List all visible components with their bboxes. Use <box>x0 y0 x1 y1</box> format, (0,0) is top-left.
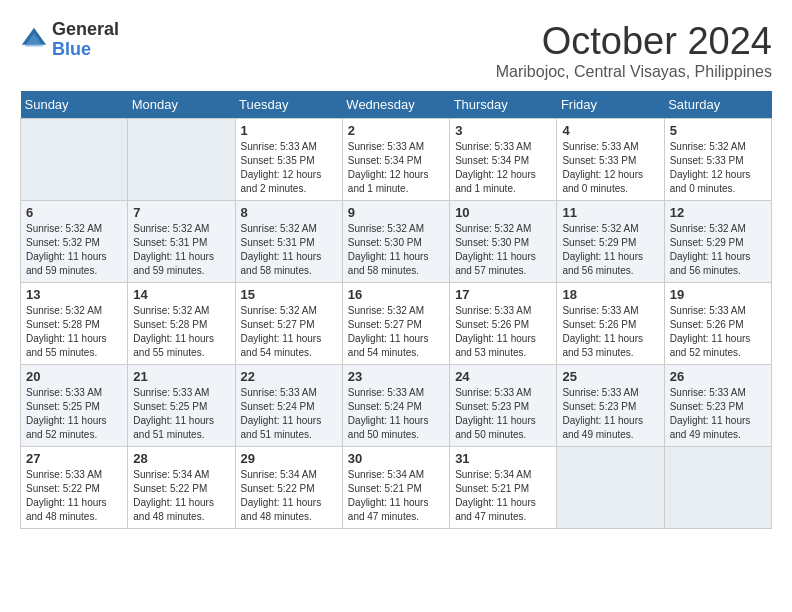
day-info: Sunrise: 5:33 AM Sunset: 5:34 PM Dayligh… <box>455 140 551 196</box>
calendar-cell: 27Sunrise: 5:33 AM Sunset: 5:22 PM Dayli… <box>21 447 128 529</box>
calendar-cell: 24Sunrise: 5:33 AM Sunset: 5:23 PM Dayli… <box>450 365 557 447</box>
day-number: 8 <box>241 205 337 220</box>
day-info: Sunrise: 5:34 AM Sunset: 5:22 PM Dayligh… <box>241 468 337 524</box>
calendar-cell: 25Sunrise: 5:33 AM Sunset: 5:23 PM Dayli… <box>557 365 664 447</box>
calendar-cell: 17Sunrise: 5:33 AM Sunset: 5:26 PM Dayli… <box>450 283 557 365</box>
calendar-cell: 29Sunrise: 5:34 AM Sunset: 5:22 PM Dayli… <box>235 447 342 529</box>
calendar-week-3: 13Sunrise: 5:32 AM Sunset: 5:28 PM Dayli… <box>21 283 772 365</box>
day-number: 13 <box>26 287 122 302</box>
calendar-cell: 13Sunrise: 5:32 AM Sunset: 5:28 PM Dayli… <box>21 283 128 365</box>
logo-general-text: General <box>52 20 119 40</box>
calendar-cell: 4Sunrise: 5:33 AM Sunset: 5:33 PM Daylig… <box>557 119 664 201</box>
day-info: Sunrise: 5:33 AM Sunset: 5:26 PM Dayligh… <box>670 304 766 360</box>
calendar-cell: 21Sunrise: 5:33 AM Sunset: 5:25 PM Dayli… <box>128 365 235 447</box>
day-info: Sunrise: 5:32 AM Sunset: 5:29 PM Dayligh… <box>562 222 658 278</box>
day-info: Sunrise: 5:32 AM Sunset: 5:29 PM Dayligh… <box>670 222 766 278</box>
calendar-cell: 6Sunrise: 5:32 AM Sunset: 5:32 PM Daylig… <box>21 201 128 283</box>
day-number: 3 <box>455 123 551 138</box>
weekday-header-friday: Friday <box>557 91 664 119</box>
calendar-cell: 16Sunrise: 5:32 AM Sunset: 5:27 PM Dayli… <box>342 283 449 365</box>
day-info: Sunrise: 5:32 AM Sunset: 5:30 PM Dayligh… <box>348 222 444 278</box>
day-info: Sunrise: 5:33 AM Sunset: 5:26 PM Dayligh… <box>562 304 658 360</box>
day-number: 11 <box>562 205 658 220</box>
day-info: Sunrise: 5:32 AM Sunset: 5:31 PM Dayligh… <box>241 222 337 278</box>
calendar-cell <box>128 119 235 201</box>
weekday-header-monday: Monday <box>128 91 235 119</box>
day-info: Sunrise: 5:33 AM Sunset: 5:22 PM Dayligh… <box>26 468 122 524</box>
day-info: Sunrise: 5:33 AM Sunset: 5:25 PM Dayligh… <box>133 386 229 442</box>
day-number: 19 <box>670 287 766 302</box>
day-number: 31 <box>455 451 551 466</box>
calendar-cell <box>557 447 664 529</box>
calendar-cell: 31Sunrise: 5:34 AM Sunset: 5:21 PM Dayli… <box>450 447 557 529</box>
day-number: 29 <box>241 451 337 466</box>
day-number: 30 <box>348 451 444 466</box>
day-number: 15 <box>241 287 337 302</box>
weekday-header-wednesday: Wednesday <box>342 91 449 119</box>
day-number: 2 <box>348 123 444 138</box>
logo: General Blue <box>20 20 119 60</box>
day-info: Sunrise: 5:33 AM Sunset: 5:24 PM Dayligh… <box>241 386 337 442</box>
day-number: 5 <box>670 123 766 138</box>
day-number: 20 <box>26 369 122 384</box>
day-info: Sunrise: 5:32 AM Sunset: 5:31 PM Dayligh… <box>133 222 229 278</box>
logo-icon <box>20 26 48 54</box>
day-info: Sunrise: 5:32 AM Sunset: 5:33 PM Dayligh… <box>670 140 766 196</box>
day-number: 12 <box>670 205 766 220</box>
calendar-cell: 23Sunrise: 5:33 AM Sunset: 5:24 PM Dayli… <box>342 365 449 447</box>
day-number: 17 <box>455 287 551 302</box>
day-number: 14 <box>133 287 229 302</box>
day-number: 1 <box>241 123 337 138</box>
title-block: October 2024 Maribojoc, Central Visayas,… <box>496 20 772 81</box>
day-number: 27 <box>26 451 122 466</box>
day-number: 25 <box>562 369 658 384</box>
day-number: 26 <box>670 369 766 384</box>
calendar-cell: 20Sunrise: 5:33 AM Sunset: 5:25 PM Dayli… <box>21 365 128 447</box>
calendar-cell: 30Sunrise: 5:34 AM Sunset: 5:21 PM Dayli… <box>342 447 449 529</box>
day-number: 7 <box>133 205 229 220</box>
weekday-header-sunday: Sunday <box>21 91 128 119</box>
calendar-cell: 8Sunrise: 5:32 AM Sunset: 5:31 PM Daylig… <box>235 201 342 283</box>
day-info: Sunrise: 5:32 AM Sunset: 5:32 PM Dayligh… <box>26 222 122 278</box>
calendar-cell: 15Sunrise: 5:32 AM Sunset: 5:27 PM Dayli… <box>235 283 342 365</box>
location-text: Maribojoc, Central Visayas, Philippines <box>496 63 772 81</box>
calendar-cell: 28Sunrise: 5:34 AM Sunset: 5:22 PM Dayli… <box>128 447 235 529</box>
day-info: Sunrise: 5:32 AM Sunset: 5:27 PM Dayligh… <box>348 304 444 360</box>
calendar-cell: 26Sunrise: 5:33 AM Sunset: 5:23 PM Dayli… <box>664 365 771 447</box>
calendar-cell: 12Sunrise: 5:32 AM Sunset: 5:29 PM Dayli… <box>664 201 771 283</box>
day-info: Sunrise: 5:34 AM Sunset: 5:21 PM Dayligh… <box>348 468 444 524</box>
calendar-cell: 18Sunrise: 5:33 AM Sunset: 5:26 PM Dayli… <box>557 283 664 365</box>
calendar-cell: 3Sunrise: 5:33 AM Sunset: 5:34 PM Daylig… <box>450 119 557 201</box>
day-info: Sunrise: 5:33 AM Sunset: 5:23 PM Dayligh… <box>670 386 766 442</box>
day-number: 23 <box>348 369 444 384</box>
day-number: 28 <box>133 451 229 466</box>
day-info: Sunrise: 5:32 AM Sunset: 5:28 PM Dayligh… <box>133 304 229 360</box>
day-number: 16 <box>348 287 444 302</box>
day-number: 21 <box>133 369 229 384</box>
weekday-header-thursday: Thursday <box>450 91 557 119</box>
calendar-cell: 19Sunrise: 5:33 AM Sunset: 5:26 PM Dayli… <box>664 283 771 365</box>
logo-text: General Blue <box>52 20 119 60</box>
day-number: 18 <box>562 287 658 302</box>
day-number: 22 <box>241 369 337 384</box>
calendar-cell: 14Sunrise: 5:32 AM Sunset: 5:28 PM Dayli… <box>128 283 235 365</box>
day-number: 4 <box>562 123 658 138</box>
day-number: 10 <box>455 205 551 220</box>
weekday-header-tuesday: Tuesday <box>235 91 342 119</box>
day-info: Sunrise: 5:33 AM Sunset: 5:24 PM Dayligh… <box>348 386 444 442</box>
day-info: Sunrise: 5:33 AM Sunset: 5:23 PM Dayligh… <box>455 386 551 442</box>
calendar-cell: 2Sunrise: 5:33 AM Sunset: 5:34 PM Daylig… <box>342 119 449 201</box>
calendar-week-2: 6Sunrise: 5:32 AM Sunset: 5:32 PM Daylig… <box>21 201 772 283</box>
day-info: Sunrise: 5:33 AM Sunset: 5:33 PM Dayligh… <box>562 140 658 196</box>
calendar-cell: 11Sunrise: 5:32 AM Sunset: 5:29 PM Dayli… <box>557 201 664 283</box>
calendar-cell: 10Sunrise: 5:32 AM Sunset: 5:30 PM Dayli… <box>450 201 557 283</box>
day-info: Sunrise: 5:34 AM Sunset: 5:22 PM Dayligh… <box>133 468 229 524</box>
calendar-cell <box>664 447 771 529</box>
day-number: 6 <box>26 205 122 220</box>
calendar-week-1: 1Sunrise: 5:33 AM Sunset: 5:35 PM Daylig… <box>21 119 772 201</box>
day-number: 24 <box>455 369 551 384</box>
month-title: October 2024 <box>496 20 772 63</box>
day-info: Sunrise: 5:32 AM Sunset: 5:28 PM Dayligh… <box>26 304 122 360</box>
day-info: Sunrise: 5:33 AM Sunset: 5:25 PM Dayligh… <box>26 386 122 442</box>
calendar-week-4: 20Sunrise: 5:33 AM Sunset: 5:25 PM Dayli… <box>21 365 772 447</box>
